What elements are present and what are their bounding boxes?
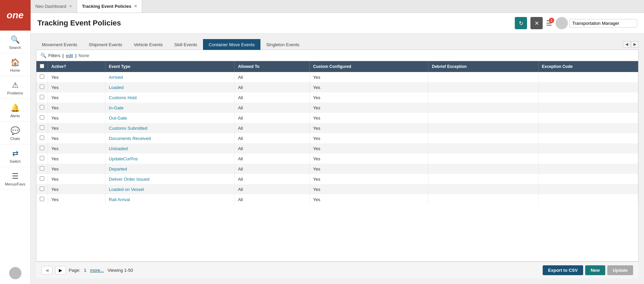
event-type-link[interactable]: Departed <box>109 166 127 172</box>
filter-label: Filters <box>48 53 60 58</box>
export-csv-button[interactable]: Export to CSV <box>543 265 583 275</box>
cell-event-type[interactable]: In-Gate <box>105 103 235 113</box>
cell-exception-code <box>538 92 638 103</box>
user-role-select[interactable]: Transportation Manager <box>569 19 637 28</box>
menu-button[interactable]: ☰ 1 <box>546 19 552 27</box>
sub-tab-shipment-events[interactable]: Shipment Events <box>83 39 128 50</box>
cell-event-type[interactable]: Loaded on Vessel <box>105 184 235 194</box>
row-checkbox[interactable] <box>40 74 44 79</box>
cell-allowed-to: All <box>234 133 309 143</box>
sidebar-item-home[interactable]: 🏠 Home <box>0 53 30 76</box>
cell-event-type[interactable]: Departed <box>105 164 235 174</box>
sidebar-item-switch[interactable]: ⇄ Switch <box>0 144 30 167</box>
page-title: Tracking Event Policies <box>37 19 121 28</box>
cell-active: Yes <box>48 103 105 113</box>
close-button[interactable]: ✕ <box>530 17 543 29</box>
tab-tracking-event-policies[interactable]: Tracking Event Policies ✕ <box>77 0 142 13</box>
cell-custom-configured: Yes <box>309 184 428 194</box>
cell-exception-code <box>538 133 638 143</box>
event-type-link[interactable]: Documents Received <box>109 136 151 141</box>
cell-event-type[interactable]: Unloaded <box>105 143 235 154</box>
sidebar-label-alerts: Alerts <box>10 114 20 118</box>
table-row: YesIn-GateAllYes <box>36 103 638 113</box>
cell-event-type[interactable]: UpdateCurPos <box>105 154 235 164</box>
user-avatar-button[interactable] <box>0 262 30 284</box>
cell-allowed-to: All <box>234 92 309 103</box>
cell-event-type[interactable]: Loaded <box>105 82 235 92</box>
event-type-link[interactable]: Loaded on Vessel <box>109 187 144 192</box>
event-type-link[interactable]: Customs Submitted <box>109 126 147 131</box>
table-row: YesLoadedAllYes <box>36 82 638 92</box>
row-checkbox[interactable] <box>40 146 44 150</box>
filter-edit-link[interactable]: edit <box>66 53 73 58</box>
row-checkbox[interactable] <box>40 125 44 130</box>
cell-debrief-exception <box>428 103 538 113</box>
sidebar-item-menus[interactable]: ☰ Menus/Favs <box>0 167 30 190</box>
table-row: YesArrivedAllYes <box>36 72 638 82</box>
cell-active: Yes <box>48 174 105 184</box>
sub-tab-container-move-events[interactable]: Container Move Events <box>203 39 260 50</box>
warning-icon: ⚠ <box>12 81 19 90</box>
row-checkbox[interactable] <box>40 187 44 191</box>
tab-neo-dashboard[interactable]: Neo Dashboard ✕ <box>31 0 77 13</box>
table-header-row: Active? Event Type Allowed To Custom Con… <box>36 61 638 72</box>
row-checkbox[interactable] <box>40 136 44 140</box>
row-checkbox[interactable] <box>40 105 44 109</box>
cell-allowed-to: All <box>234 194 309 205</box>
cell-event-type[interactable]: Customs Hold <box>105 92 235 103</box>
sidebar-item-alerts[interactable]: 🔔 Alerts <box>0 99 30 122</box>
sidebar-item-problems[interactable]: ⚠ Problems <box>0 76 30 99</box>
event-type-link[interactable]: Deliver Order Issued <box>109 177 149 182</box>
sub-tab-scroll-buttons: ◀ ▶ <box>623 41 639 48</box>
row-checkbox[interactable] <box>40 85 44 89</box>
sidebar-item-chats[interactable]: 💬 Chats <box>0 122 30 144</box>
sub-tab-vehicle-events[interactable]: Vehicle Events <box>128 39 168 50</box>
tab-tracking-event-policies-close[interactable]: ✕ <box>134 4 137 8</box>
row-checkbox[interactable] <box>40 115 44 120</box>
sub-tab-singleton-events[interactable]: Singleton Events <box>260 39 305 50</box>
cell-debrief-exception <box>428 82 538 92</box>
tab-neo-dashboard-close[interactable]: ✕ <box>69 4 72 8</box>
more-pages-link[interactable]: more... <box>90 268 104 273</box>
cell-event-type[interactable]: Customs Submitted <box>105 123 235 133</box>
cell-allowed-to: All <box>234 72 309 82</box>
scroll-left-button[interactable]: ◀ <box>623 41 630 48</box>
cell-custom-configured: Yes <box>309 164 428 174</box>
event-type-link[interactable]: Unloaded <box>109 146 128 151</box>
row-checkbox[interactable] <box>40 95 44 99</box>
sub-tab-skill-events[interactable]: Skill Events <box>169 39 203 50</box>
sidebar-label-menus: Menus/Favs <box>5 182 26 186</box>
cell-event-type[interactable]: Documents Received <box>105 133 235 143</box>
event-type-link[interactable]: Arrived <box>109 75 123 80</box>
sidebar-item-search[interactable]: 🔍 Search <box>0 31 30 53</box>
scroll-right-button[interactable]: ▶ <box>631 41 639 48</box>
cell-debrief-exception <box>428 184 538 194</box>
cell-allowed-to: All <box>234 154 309 164</box>
cell-active: Yes <box>48 133 105 143</box>
row-checkbox[interactable] <box>40 156 44 160</box>
prev-page-button[interactable]: ◀ <box>41 266 52 274</box>
logo-text: one <box>7 10 24 21</box>
event-type-link[interactable]: Rail Arrival <box>109 197 130 202</box>
row-checkbox[interactable] <box>40 176 44 181</box>
row-checkbox[interactable] <box>40 166 44 171</box>
event-type-link[interactable]: Customs Hold <box>109 95 137 100</box>
event-type-link[interactable]: Out-Gate <box>109 116 127 121</box>
avatar <box>9 267 21 279</box>
next-page-button[interactable]: ▶ <box>55 266 66 274</box>
event-type-link[interactable]: UpdateCurPos <box>109 156 138 161</box>
cell-event-type[interactable]: Arrived <box>105 72 235 82</box>
select-all-checkbox[interactable] <box>40 64 44 68</box>
event-type-link[interactable]: In-Gate <box>109 105 123 110</box>
cell-custom-configured: Yes <box>309 103 428 113</box>
update-button[interactable]: Update <box>607 265 633 275</box>
refresh-button[interactable]: ↻ <box>515 17 527 29</box>
cell-event-type[interactable]: Deliver Order Issued <box>105 174 235 184</box>
cell-event-type[interactable]: Rail Arrival <box>105 194 235 205</box>
new-button[interactable]: New <box>585 265 605 275</box>
event-type-link[interactable]: Loaded <box>109 85 123 90</box>
row-checkbox[interactable] <box>40 197 44 201</box>
cell-event-type[interactable]: Out-Gate <box>105 113 235 123</box>
sub-tab-movement-events[interactable]: Movement Events <box>36 39 83 50</box>
cell-debrief-exception <box>428 143 538 154</box>
